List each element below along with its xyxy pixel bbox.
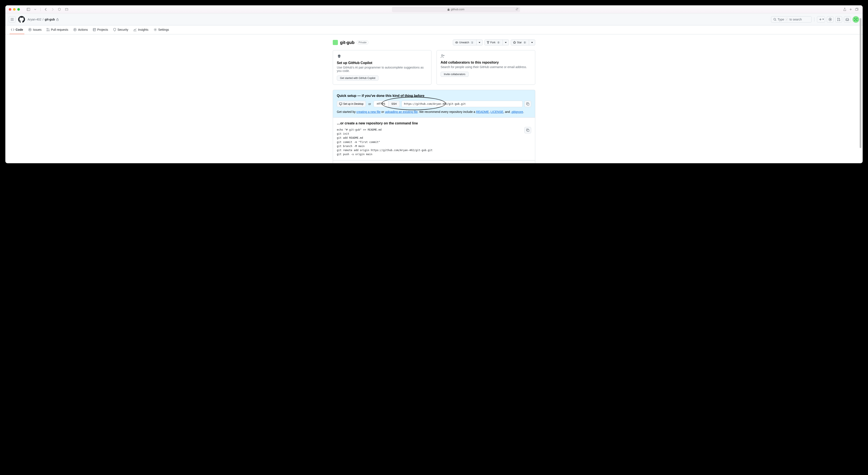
breadcrumb-owner[interactable]: Aryan-402 bbox=[28, 18, 41, 21]
svg-point-32 bbox=[487, 41, 488, 42]
hamburger-menu-button[interactable] bbox=[9, 16, 16, 23]
star-button[interactable]: Star0 bbox=[511, 39, 529, 45]
create-repo-code[interactable]: echo "# git-gub" >> README.md git init g… bbox=[337, 128, 531, 157]
search-suffix: to search bbox=[789, 18, 802, 21]
new-tab-button[interactable] bbox=[848, 7, 853, 12]
scrollbar[interactable] bbox=[859, 18, 862, 163]
fork-dropdown[interactable] bbox=[503, 39, 509, 45]
search-kbd: / bbox=[785, 18, 788, 21]
svg-rect-20 bbox=[857, 20, 857, 21]
inbox-button[interactable] bbox=[844, 16, 851, 23]
star-dropdown[interactable] bbox=[529, 39, 535, 45]
svg-rect-0 bbox=[27, 8, 30, 11]
collab-desc: Search for people using their GitHub use… bbox=[441, 65, 531, 69]
fork-button[interactable]: Fork0 bbox=[485, 39, 503, 45]
svg-point-25 bbox=[49, 30, 50, 31]
tab-dropdown-button[interactable] bbox=[33, 7, 38, 12]
share-button[interactable] bbox=[842, 7, 847, 12]
svg-point-15 bbox=[839, 20, 840, 21]
tab-issues[interactable]: Issues bbox=[26, 25, 43, 34]
svg-rect-18 bbox=[856, 19, 856, 20]
https-tab[interactable]: HTTPS bbox=[374, 101, 388, 107]
titlebar: github.com bbox=[5, 5, 863, 13]
window-controls bbox=[9, 8, 20, 11]
reader-icon[interactable] bbox=[64, 7, 69, 12]
fork-button-group: Fork0 bbox=[485, 39, 509, 45]
tabs-overview-button[interactable] bbox=[854, 7, 859, 12]
quick-setup-help-text: Get started by creating a new file or up… bbox=[337, 110, 531, 113]
svg-rect-27 bbox=[93, 28, 96, 31]
svg-point-34 bbox=[488, 43, 488, 44]
watch-dropdown[interactable] bbox=[476, 39, 483, 45]
repo-tabs: Code Issues Pull requests Actions Projec… bbox=[5, 25, 863, 34]
svg-point-30 bbox=[155, 29, 156, 30]
copilot-icon bbox=[337, 54, 342, 59]
tab-settings[interactable]: Settings bbox=[151, 25, 171, 34]
desktop-icon bbox=[339, 102, 342, 105]
readme-link[interactable]: README bbox=[476, 110, 489, 113]
main-content: git-gub Private Unwatch1 Fork0 Star0 bbox=[326, 34, 542, 163]
gitignore-link[interactable]: .gitignore bbox=[511, 110, 523, 113]
issues-button[interactable] bbox=[827, 16, 834, 23]
pull-requests-button[interactable] bbox=[835, 16, 842, 23]
svg-rect-17 bbox=[857, 18, 857, 19]
invite-button[interactable]: Invite collaborators bbox=[441, 72, 469, 77]
url-host: github.com bbox=[451, 8, 465, 11]
github-header: Aryan-402 / git-gub Type / to search bbox=[5, 13, 863, 25]
svg-point-9 bbox=[774, 18, 776, 20]
tab-projects[interactable]: Projects bbox=[91, 25, 110, 34]
back-button[interactable] bbox=[43, 7, 48, 12]
user-avatar[interactable] bbox=[852, 16, 859, 23]
ssh-tab[interactable]: SSH bbox=[389, 101, 400, 107]
lock-icon bbox=[56, 18, 59, 21]
create-new-button[interactable] bbox=[817, 16, 825, 23]
github-logo[interactable] bbox=[18, 16, 25, 23]
sidebar-toggle-button[interactable] bbox=[26, 7, 31, 12]
tab-code[interactable]: Code bbox=[9, 25, 25, 34]
upload-file-link[interactable]: uploading an existing file bbox=[385, 110, 417, 113]
svg-point-22 bbox=[29, 29, 30, 30]
breadcrumb-repo[interactable]: git-gub bbox=[44, 18, 55, 21]
search-input[interactable]: Type / to search bbox=[771, 16, 812, 23]
svg-rect-4 bbox=[856, 8, 858, 10]
refresh-button[interactable] bbox=[516, 8, 518, 11]
svg-point-23 bbox=[47, 28, 48, 29]
copy-icon bbox=[526, 102, 529, 105]
star-button-group: Star0 bbox=[511, 39, 535, 45]
eye-icon bbox=[455, 41, 458, 44]
search-prefix: Type bbox=[778, 18, 784, 21]
svg-rect-36 bbox=[339, 103, 342, 105]
svg-rect-8 bbox=[57, 19, 58, 21]
tab-security[interactable]: Security bbox=[111, 25, 130, 34]
visibility-badge: Private bbox=[357, 40, 368, 44]
create-file-link[interactable]: creating a new file bbox=[356, 110, 381, 113]
tab-actions[interactable]: Actions bbox=[71, 25, 90, 34]
unwatch-button[interactable]: Unwatch1 bbox=[453, 39, 476, 45]
close-window-button[interactable] bbox=[9, 8, 11, 11]
license-link[interactable]: LICENSE bbox=[491, 110, 503, 113]
or-text: or bbox=[368, 102, 372, 106]
forward-button[interactable] bbox=[50, 7, 55, 12]
address-bar[interactable]: github.com bbox=[392, 7, 520, 12]
shield-icon[interactable] bbox=[57, 7, 62, 12]
setup-desktop-button[interactable]: Set up in Desktop bbox=[337, 101, 366, 107]
minimize-window-button[interactable] bbox=[13, 8, 16, 11]
copy-url-button[interactable] bbox=[524, 101, 531, 107]
copilot-desc: Use GitHub's AI pair programmer to autoc… bbox=[337, 66, 427, 73]
lock-icon bbox=[447, 8, 450, 11]
svg-point-13 bbox=[837, 18, 838, 19]
maximize-window-button[interactable] bbox=[17, 8, 20, 11]
copy-icon bbox=[526, 129, 529, 132]
copilot-title: Set up GitHub Copilot bbox=[337, 61, 427, 65]
star-icon bbox=[513, 41, 516, 44]
svg-rect-38 bbox=[527, 130, 529, 131]
clone-url-input[interactable] bbox=[402, 101, 523, 107]
tab-pull-requests[interactable]: Pull requests bbox=[44, 25, 70, 34]
browser-window: github.com Aryan-402 / git-gub Type / to… bbox=[5, 5, 863, 163]
repo-avatar bbox=[333, 40, 338, 45]
copilot-button[interactable]: Get started with GitHub Copilot bbox=[337, 75, 378, 81]
copy-create-code-button[interactable] bbox=[524, 127, 531, 133]
quick-setup-title: Quick setup — if you've done this kind o… bbox=[337, 94, 531, 98]
create-repo-title: …or create a new repository on the comma… bbox=[337, 122, 531, 125]
tab-insights[interactable]: Insights bbox=[131, 25, 150, 34]
